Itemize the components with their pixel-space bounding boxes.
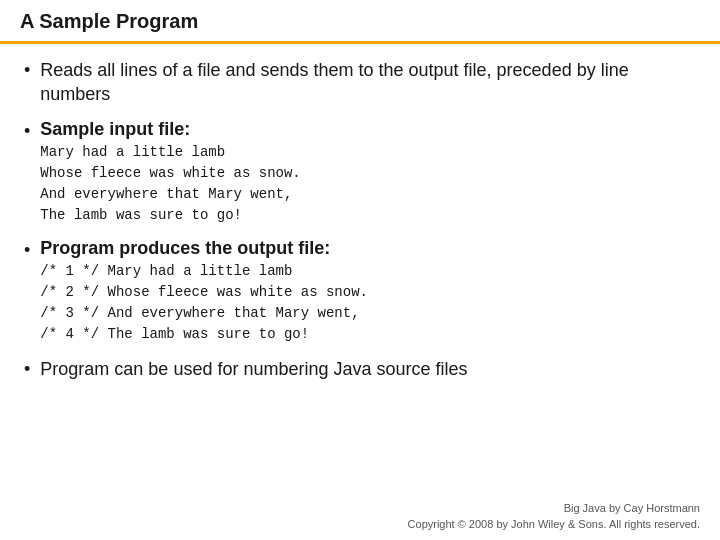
bullet-dot-4: •: [24, 359, 30, 380]
bullet-item-3: • Program produces the output file: /* 1…: [24, 238, 696, 345]
footer-line2: Copyright © 2008 by John Wiley & Sons. A…: [20, 517, 700, 532]
slide-content: • Reads all lines of a file and sends th…: [0, 44, 720, 497]
code-block-3: /* 1 */ Mary had a little lamb /* 2 */ W…: [40, 261, 368, 345]
bullet-item-1: • Reads all lines of a file and sends th…: [24, 58, 696, 107]
bullet-item-4: • Program can be used for numbering Java…: [24, 357, 696, 381]
code-line: /* 3 */ And everywhere that Mary went,: [40, 303, 368, 324]
bullet-dot-2: •: [24, 121, 30, 142]
code-line: /* 2 */ Whose fleece was white as snow.: [40, 282, 368, 303]
bullet-dot-1: •: [24, 60, 30, 81]
bullet-label-2: Sample input file:: [40, 119, 300, 140]
bullet-dot-3: •: [24, 240, 30, 261]
footer-line1: Big Java by Cay Horstmann: [20, 501, 700, 516]
bullet-text-4: Program can be used for numbering Java s…: [40, 357, 467, 381]
slide: A Sample Program • Reads all lines of a …: [0, 0, 720, 540]
code-line: Whose fleece was white as snow.: [40, 163, 300, 184]
slide-header: A Sample Program: [0, 0, 720, 44]
code-line: /* 4 */ The lamb was sure to go!: [40, 324, 368, 345]
bullet-content-3: Program produces the output file: /* 1 *…: [40, 238, 368, 345]
bullet-label-3: Program produces the output file:: [40, 238, 368, 259]
code-line: Mary had a little lamb: [40, 142, 300, 163]
code-line: The lamb was sure to go!: [40, 205, 300, 226]
bullet-content-2: Sample input file: Mary had a little lam…: [40, 119, 300, 226]
bullet-text-1: Reads all lines of a file and sends them…: [40, 58, 696, 107]
slide-footer: Big Java by Cay Horstmann Copyright © 20…: [0, 497, 720, 540]
slide-title: A Sample Program: [20, 10, 198, 32]
code-line: /* 1 */ Mary had a little lamb: [40, 261, 368, 282]
bullet-item-2: • Sample input file: Mary had a little l…: [24, 119, 696, 226]
code-line: And everywhere that Mary went,: [40, 184, 300, 205]
code-block-2: Mary had a little lamb Whose fleece was …: [40, 142, 300, 226]
